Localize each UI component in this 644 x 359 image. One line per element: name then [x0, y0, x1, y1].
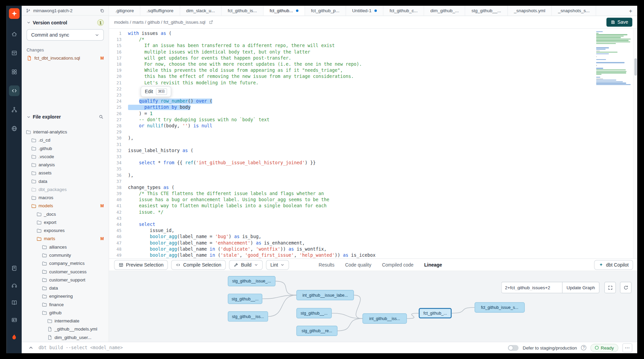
tree-item-internal-analytics[interactable]: internal-analytics	[22, 128, 109, 136]
refresh-button[interactable]	[620, 282, 631, 293]
tree-item-.vscode[interactable]: .vscode	[22, 152, 109, 161]
tree-item-analysis[interactable]: analysis	[22, 161, 109, 169]
lineage-node-H[interactable]: fct_github_...	[419, 308, 452, 318]
tree-item-.github[interactable]: .github	[22, 144, 109, 152]
lineage-node-G[interactable]: int_github__iss...	[363, 313, 407, 323]
copilot-sparkle-icon	[599, 262, 604, 267]
chevron-down-icon	[254, 263, 258, 267]
docs-icon[interactable]	[9, 297, 20, 308]
tree-item-data[interactable]: data	[22, 177, 109, 185]
tree-item-.ci_cd[interactable]: .ci_cd	[22, 136, 109, 144]
tab-4[interactable]: fct_github...	[263, 6, 305, 16]
tree-item-models[interactable]: modelsM	[22, 202, 109, 210]
tree-item-_docs[interactable]: _docs	[22, 210, 109, 218]
tree-item-_github__models.yml[interactable]: _github__models.yml	[22, 325, 109, 333]
home-icon[interactable]	[9, 29, 20, 40]
tree-item-alliances[interactable]: alliances	[22, 243, 109, 251]
minimap[interactable]	[596, 31, 631, 86]
fullscreen-button[interactable]	[604, 282, 616, 293]
tree-item-github[interactable]: github	[22, 309, 109, 317]
file-explorer-header[interactable]: File explorer	[22, 114, 109, 120]
chevron-down-icon	[280, 263, 284, 267]
changed-file-row[interactable]: fct_dbt_invocations.sql M	[22, 54, 109, 62]
copy-branch-icon[interactable]	[100, 8, 105, 13]
tree-item-macros[interactable]: macros	[22, 193, 109, 202]
rail-bottom-group	[9, 263, 20, 349]
tab-0[interactable]: .gitignore	[109, 6, 140, 16]
lineage-node-I[interactable]: fct_github_issue_s...	[475, 302, 525, 313]
panel-tab-compiled-code[interactable]: Compiled code	[382, 262, 413, 267]
defer-toggle[interactable]	[508, 345, 519, 351]
tab-1[interactable]: .sqlfluffignore	[141, 6, 180, 16]
tree-item-assets[interactable]: assets	[22, 169, 109, 177]
dbt-copilot-button[interactable]: dbt Copilot	[594, 260, 633, 270]
command-input[interactable]: dbt build --select <model_name>	[39, 345, 123, 351]
tab-11[interactable]: _snapshots_s...	[552, 6, 596, 16]
lineage-node-F[interactable]: stg_github__re...	[296, 326, 337, 336]
chevron-up-icon[interactable]	[28, 345, 34, 351]
tree-item-export[interactable]: export	[22, 218, 109, 226]
more-options-button[interactable]: ⋯	[622, 343, 632, 352]
tab-10[interactable]: _snapshots.yml	[508, 6, 552, 16]
lineage-node-A[interactable]: stg_github__issue_...	[228, 276, 276, 286]
tab-9[interactable]: stg_github__...	[465, 6, 508, 16]
tab-7[interactable]: fct_github_c...	[383, 6, 424, 16]
scrollbar-thumb[interactable]	[634, 58, 637, 76]
lint-button[interactable]: Lint	[266, 260, 289, 270]
selection-tooltip[interactable]: Edit ⌘B	[141, 86, 171, 97]
profile-icon[interactable]	[9, 315, 20, 325]
copy-path-icon[interactable]	[208, 20, 213, 25]
panel-tab-code-quality[interactable]: Code quality	[345, 262, 371, 267]
help-icon[interactable]: ?	[581, 345, 586, 351]
tab-5[interactable]: fct_github_p...	[305, 6, 346, 16]
lineage-node-D[interactable]: int_github__issue_labe...	[296, 290, 354, 300]
preview-selection-button[interactable]: Preview Selection	[114, 260, 168, 270]
tree-item-engineering[interactable]: engineering	[22, 292, 109, 300]
tree-item-customer_support[interactable]: customer_support	[22, 276, 109, 284]
code-lines[interactable]: with issues as ( /* If an issue has been…	[126, 29, 637, 258]
tab-3[interactable]: fct_github_is...	[221, 6, 263, 16]
code-editor[interactable]: 1131516171819202122232425262728293031323…	[109, 29, 637, 258]
flame-logo	[9, 332, 20, 343]
tree-item-customer_success[interactable]: customer_success	[22, 268, 109, 276]
panel-tab-lineage[interactable]: Lineage	[424, 262, 442, 267]
right-column: mirnawong1-patch-2 Version control 1 Com…	[22, 6, 637, 353]
tree-item-dbt_packages[interactable]: dbt_packages	[22, 185, 109, 193]
panel-tab-results[interactable]: Results	[319, 262, 335, 267]
explore-icon[interactable]	[9, 123, 20, 134]
tree-item-community[interactable]: community	[22, 251, 109, 259]
build-button[interactable]: Build	[229, 260, 263, 270]
tab-2[interactable]: dim_slack_u...	[180, 6, 222, 16]
support-icon[interactable]	[9, 280, 20, 291]
jobs-icon[interactable]	[9, 48, 20, 59]
environments-icon[interactable]	[9, 66, 20, 77]
lineage-selector-input[interactable]	[501, 282, 562, 293]
editor-scrollbar[interactable]	[633, 29, 637, 258]
update-graph-button[interactable]: Update Graph	[562, 282, 599, 293]
tree-item-exposures[interactable]: exposures	[22, 226, 109, 234]
save-label: Save	[618, 20, 628, 25]
lineage-node-E[interactable]: stg_github__...	[296, 308, 331, 318]
search-icon[interactable]	[99, 114, 104, 120]
notebook-icon[interactable]	[9, 263, 20, 274]
tree-item-data[interactable]: data	[22, 284, 109, 292]
tab-6[interactable]: Untitled-1	[346, 6, 383, 16]
unsaved-dot	[374, 9, 377, 12]
deploy-icon[interactable]	[9, 104, 20, 115]
commit-and-sync-button[interactable]: Commit and sync	[27, 29, 104, 41]
lineage-node-B[interactable]: stg_github__...	[228, 294, 262, 304]
version-control-header[interactable]: Version control 1	[22, 19, 109, 26]
branch-row[interactable]: mirnawong1-patch-2	[22, 6, 109, 16]
develop-icon[interactable]	[9, 85, 20, 96]
compile-selection-button[interactable]: Compile Selection	[171, 260, 226, 270]
edit-action-label[interactable]: Edit	[145, 89, 153, 94]
tab-8[interactable]: dim_github_...	[424, 6, 465, 16]
tree-item-marts[interactable]: martsM	[22, 235, 109, 243]
tree-item-finance[interactable]: finance	[22, 300, 109, 309]
tree-item-intermediate[interactable]: intermediate	[22, 317, 109, 325]
tree-item-company_metrics[interactable]: company_metrics	[22, 259, 109, 267]
save-button[interactable]: Save	[606, 18, 632, 27]
lineage-node-C[interactable]: stg_github__iss...	[228, 311, 268, 321]
tree-item-dim_github_user...[interactable]: dim_github_user...	[22, 333, 109, 341]
new-tab-button[interactable]: +	[624, 6, 637, 16]
